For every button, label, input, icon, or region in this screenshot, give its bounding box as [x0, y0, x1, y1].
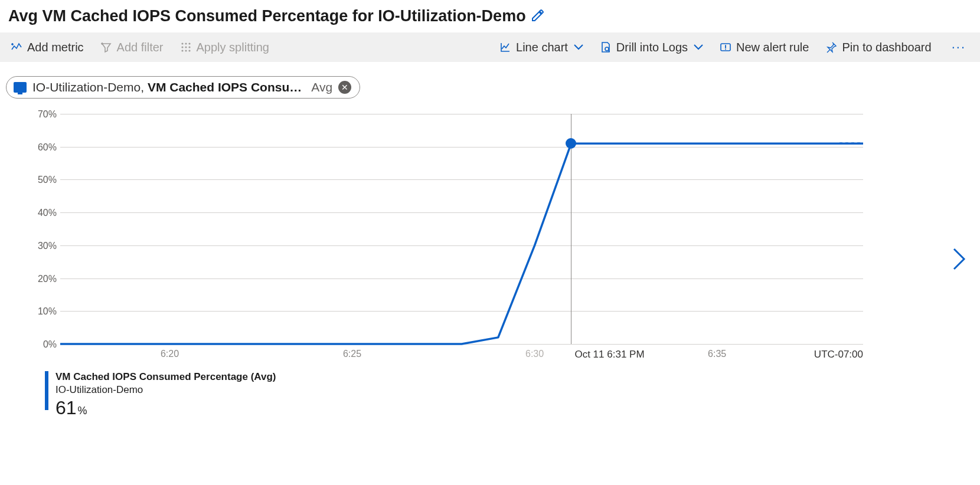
y-tick: 10% — [31, 306, 57, 317]
svg-point-3 — [181, 46, 183, 48]
pin-icon — [825, 41, 837, 53]
legend-color-bar — [45, 371, 48, 410]
timezone-label: UTC-07:00 — [814, 349, 863, 361]
cursor-timestamp: Oct 11 6:31 PM — [574, 349, 644, 361]
x-tick: 6:30 — [525, 349, 544, 359]
next-chart-button[interactable] — [953, 248, 966, 273]
legend-series-name: VM Cached IOPS Consumed Percentage (Avg) — [55, 371, 276, 383]
more-actions-button[interactable]: ··· — [948, 40, 969, 55]
split-icon — [180, 41, 192, 53]
alert-icon — [720, 41, 731, 53]
line-chart-icon — [499, 41, 511, 53]
svg-point-1 — [185, 42, 187, 44]
svg-point-6 — [181, 50, 183, 51]
line-chart[interactable]: 70% 60% 50% 40% 30% 20% 10% 0% 6:20 6:25… — [18, 114, 897, 368]
add-metric-icon — [11, 41, 22, 53]
chart-toolbar: Add metric Add filter Apply splitting Li… — [0, 32, 980, 62]
chip-metric: VM Cached IOPS Consu… — [148, 80, 302, 94]
chart-container: 70% 60% 50% 40% 30% 20% 10% 0% 6:20 6:25… — [0, 103, 980, 425]
pin-dashboard-label: Pin to dashboard — [842, 41, 931, 54]
chart-header: Avg VM Cached IOPS Consumed Percentage f… — [0, 0, 980, 32]
chart-legend: VM Cached IOPS Consumed Percentage (Avg)… — [18, 368, 927, 419]
new-alert-rule-button[interactable]: New alert rule — [720, 41, 809, 54]
add-filter-label: Add filter — [117, 41, 164, 54]
add-metric-button[interactable]: Add metric — [11, 41, 84, 54]
add-filter-button: Add filter — [100, 41, 164, 54]
chart-type-label: Line chart — [516, 41, 568, 54]
x-tick: 6:20 — [161, 349, 179, 359]
metric-chip[interactable]: IO-Utilization-Demo, VM Cached IOPS Cons… — [6, 76, 360, 99]
y-tick: 20% — [31, 274, 57, 284]
y-tick: 70% — [31, 109, 57, 120]
page-title: Avg VM Cached IOPS Consumed Percentage f… — [8, 7, 526, 25]
x-tick: 6:35 — [708, 349, 726, 359]
y-tick: 0% — [31, 339, 57, 350]
data-point-marker — [566, 138, 576, 149]
svg-point-2 — [188, 42, 190, 44]
remove-metric-icon[interactable]: ✕ — [338, 81, 351, 94]
y-tick: 30% — [31, 241, 57, 251]
svg-point-0 — [181, 42, 183, 44]
legend-resource: IO-Utilization-Demo — [55, 384, 276, 396]
chip-resource: IO-Utilization-Demo, — [32, 80, 148, 94]
x-tick: 6:25 — [343, 349, 361, 359]
plot-area[interactable]: 70% 60% 50% 40% 30% 20% 10% 0% 6:20 6:25… — [60, 114, 863, 344]
legend-value: 61 — [55, 397, 77, 419]
vm-icon — [14, 82, 27, 93]
y-tick: 40% — [31, 208, 57, 218]
apply-splitting-button: Apply splitting — [180, 41, 269, 54]
chip-aggregation: Avg — [311, 80, 332, 94]
svg-point-9 — [605, 47, 609, 51]
svg-point-7 — [185, 50, 187, 51]
y-tick: 60% — [31, 142, 57, 153]
edit-title-icon[interactable] — [531, 8, 545, 25]
drill-into-logs-button[interactable]: Drill into Logs — [600, 41, 703, 54]
add-metric-label: Add metric — [27, 41, 84, 54]
apply-splitting-label: Apply splitting — [197, 41, 269, 54]
pin-to-dashboard-button[interactable]: Pin to dashboard — [825, 41, 931, 54]
chevron-down-icon — [574, 42, 583, 52]
new-alert-label: New alert rule — [736, 41, 809, 54]
svg-point-4 — [185, 46, 187, 48]
filter-icon — [100, 41, 112, 53]
logs-icon — [600, 41, 612, 53]
chart-type-dropdown[interactable]: Line chart — [499, 41, 583, 54]
svg-point-5 — [188, 46, 190, 48]
metric-chip-row: IO-Utilization-Demo, VM Cached IOPS Cons… — [0, 62, 980, 103]
y-tick: 50% — [31, 175, 57, 185]
svg-point-8 — [188, 50, 190, 51]
data-series — [60, 114, 863, 344]
chevron-down-icon — [694, 42, 703, 52]
legend-unit: % — [78, 405, 87, 417]
drill-logs-label: Drill into Logs — [616, 41, 688, 54]
